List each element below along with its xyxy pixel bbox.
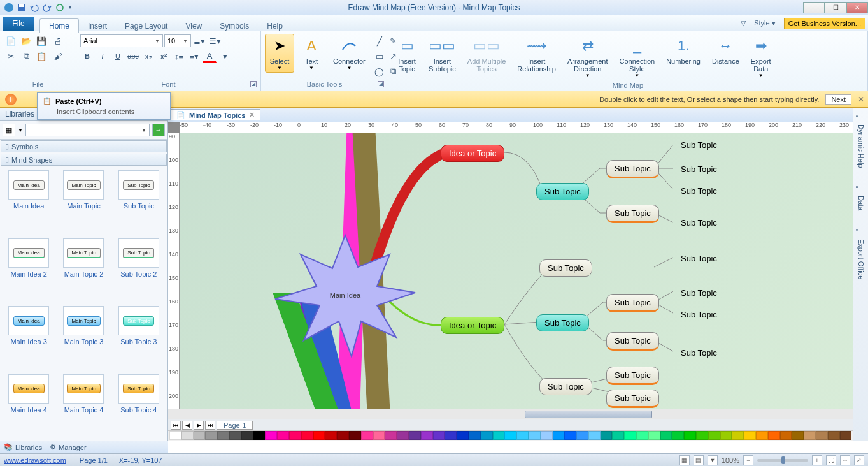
color-swatch[interactable] (241, 431, 253, 440)
horizontal-scrollbar[interactable] (168, 409, 853, 419)
color-swatch[interactable] (169, 431, 181, 440)
shape-main-idea[interactable]: Main IdeaMain Idea (4, 170, 53, 233)
subtopic-node[interactable]: Sub Topic (606, 332, 659, 351)
select-tool-button[interactable]: ➤ Select ▼ (265, 34, 294, 73)
subtopic-label[interactable]: Sub Topic (673, 307, 725, 323)
color-swatch[interactable] (194, 431, 206, 440)
cut-icon[interactable]: ✂ (4, 49, 18, 63)
font-name-combo[interactable]: Arial▼ (80, 34, 163, 47)
color-swatch[interactable] (337, 431, 349, 440)
fit-page-icon[interactable]: ⛶ (826, 455, 836, 465)
color-swatch[interactable] (433, 431, 445, 440)
undo-icon[interactable] (29, 3, 39, 13)
color-swatch[interactable] (361, 431, 373, 440)
save-icon[interactable]: 💾 (34, 34, 48, 48)
color-swatch[interactable] (648, 431, 660, 440)
bullets-icon[interactable]: ≣▾ (192, 34, 206, 48)
subtopic-label[interactable]: Sub Topic (673, 251, 725, 266)
color-swatch[interactable] (397, 431, 409, 440)
color-swatch[interactable] (349, 431, 361, 440)
line-tool-icon[interactable]: ╱ (373, 34, 387, 48)
new-icon[interactable]: 📄 (4, 34, 18, 48)
redo-icon[interactable] (42, 3, 52, 13)
color-swatch[interactable] (265, 431, 277, 440)
fit-width-icon[interactable]: ↔ (840, 455, 850, 465)
tab-page-layout[interactable]: Page Layout (116, 19, 176, 33)
color-swatch[interactable] (828, 431, 840, 440)
color-swatch[interactable] (684, 431, 696, 440)
color-swatch[interactable] (564, 431, 576, 440)
symbols-header[interactable]: ▯ Symbols (1, 140, 167, 152)
arrangement-button[interactable]: ⇄ArrangementDirection▼ (563, 34, 613, 80)
color-swatch[interactable] (696, 431, 708, 440)
insert-rel-button[interactable]: ⟿InsertRelationship (513, 34, 560, 75)
shape-main-idea-4[interactable]: Main IdeaMain Idea 4 (4, 374, 53, 437)
save-icon[interactable] (17, 3, 27, 13)
get-business-button[interactable]: Get Business Version... (784, 18, 865, 29)
print-icon[interactable]: 🖨 (51, 34, 65, 48)
zoom-slider[interactable] (757, 459, 808, 462)
font-size-combo[interactable]: 10▼ (164, 34, 191, 47)
tab-help[interactable]: Help (258, 19, 292, 33)
superscript-icon[interactable]: x² (157, 49, 171, 63)
color-swatch[interactable] (756, 431, 768, 440)
qat-dropdown-icon[interactable]: ▼ (68, 4, 73, 10)
color-swatch[interactable] (624, 431, 636, 440)
ribbon-minimize-icon[interactable]: ▽ (741, 19, 746, 27)
color-swatch[interactable] (217, 431, 229, 440)
subtopic-node[interactable]: Sub Topic (536, 183, 589, 200)
tab-view[interactable]: View (176, 19, 211, 33)
color-swatch[interactable] (612, 431, 624, 440)
color-swatch[interactable] (181, 431, 194, 440)
underline-icon[interactable]: U (111, 49, 125, 63)
color-swatch[interactable] (660, 431, 672, 440)
status-url[interactable]: www.edrawsoft.com (4, 456, 66, 464)
subtopic-label[interactable]: Sub Topic (673, 345, 725, 361)
subtopic-label[interactable]: Sub Topic (673, 215, 725, 231)
subtopic-node[interactable]: Sub Topic (606, 160, 659, 178)
lib-go-icon[interactable]: → (152, 124, 165, 136)
zoom-in-icon[interactable]: + (812, 455, 822, 465)
page-tab[interactable]: Page-1 (217, 421, 253, 430)
subtopic-node[interactable]: Sub Topic (606, 390, 659, 408)
bottom-tab-manager[interactable]: ⚙ Manager (50, 443, 86, 451)
shape-sub-topic-2[interactable]: Sub TopicSub Topic 2 (114, 238, 164, 302)
panel-data[interactable]: ▫Data (856, 183, 866, 210)
minimize-button[interactable]: — (803, 2, 825, 13)
connector-tool-button[interactable]: Connector ▼ (329, 34, 370, 73)
color-swatch[interactable] (373, 431, 385, 440)
color-swatch[interactable] (481, 431, 493, 440)
bold-icon[interactable]: B (80, 49, 94, 63)
color-swatch[interactable] (804, 431, 816, 440)
color-swatch[interactable] (840, 431, 852, 440)
color-swatch[interactable] (588, 431, 601, 440)
fullscreen-icon[interactable]: ⤢ (854, 455, 864, 465)
panel-export-office[interactable]: ▫Export Office (856, 226, 866, 279)
color-swatch[interactable] (636, 431, 648, 440)
shape-main-topic-4[interactable]: Main TopicMain Topic 4 (59, 374, 108, 437)
view-full-icon[interactable]: ▼ (708, 455, 718, 465)
numbering-button[interactable]: 1.Numbering (662, 34, 705, 67)
font-color-icon[interactable]: A (203, 49, 217, 63)
open-icon[interactable]: 📂 (19, 34, 33, 48)
shape-sub-topic-4[interactable]: Sub TopicSub Topic 4 (114, 374, 164, 437)
color-swatch[interactable] (289, 431, 301, 440)
highlight-icon[interactable]: ▾ (218, 49, 232, 63)
topic-node[interactable]: Idea or Topic (441, 145, 504, 162)
tab-symbols[interactable]: Symbols (211, 19, 258, 33)
color-swatch[interactable] (768, 431, 780, 440)
page-next-icon[interactable]: ▶ (194, 421, 204, 430)
color-swatch[interactable] (744, 431, 756, 440)
color-swatch[interactable] (720, 431, 732, 440)
line-spacing-icon[interactable]: ↕≡ (172, 49, 186, 63)
font-dialog-launcher-icon[interactable]: ◢ (250, 81, 257, 87)
connection-button[interactable]: ⎯ConnectionStyle▼ (615, 34, 660, 80)
color-swatch[interactable] (229, 431, 241, 440)
italic-icon[interactable]: I (96, 49, 110, 63)
mind-shapes-header[interactable]: ▯ Mind Shapes (1, 154, 167, 166)
subtopic-label[interactable]: Sub Topic (673, 183, 725, 199)
color-swatch[interactable] (421, 431, 433, 440)
subtopic-node[interactable]: Sub Topic (539, 378, 592, 395)
color-swatch[interactable] (313, 431, 325, 440)
subtopic-node[interactable]: Sub Topic (606, 367, 659, 385)
